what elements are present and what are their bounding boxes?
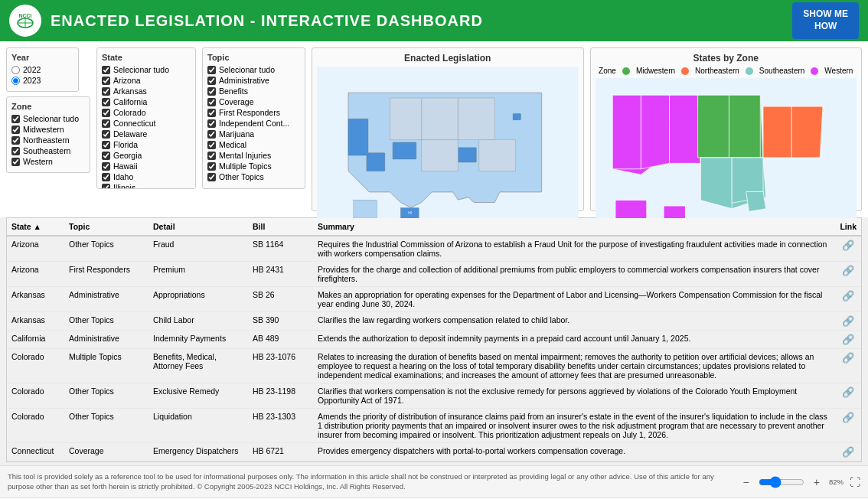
topic-firstresponders-option[interactable]: First Responders <box>207 108 300 117</box>
state-connecticut-option[interactable]: Connecticut <box>102 119 191 128</box>
year-2023-option[interactable]: 2023 <box>11 76 73 85</box>
col-header-detail[interactable]: Detail <box>148 218 248 236</box>
cell-link[interactable]: 🔗 <box>835 236 861 262</box>
zone-northeastern-checkbox[interactable] <box>11 136 20 145</box>
zone-midwestern-option[interactable]: Midwestern <box>11 125 85 134</box>
cell-state: Colorado <box>7 349 64 383</box>
zoom-minus[interactable]: − <box>740 476 752 488</box>
fit-screen-icon[interactable]: ⛶ <box>850 476 860 488</box>
link-icon[interactable]: 🔗 <box>842 265 854 276</box>
enacted-map-container: HI <box>317 67 579 229</box>
topic-independentcont-option[interactable]: Independent Cont... <box>207 119 300 128</box>
zone-southeastern-checkbox[interactable] <box>11 147 20 155</box>
cell-link[interactable]: 🔗 <box>835 331 861 349</box>
topic-othertopics-option[interactable]: Other Topics <box>207 172 300 181</box>
state-california-option[interactable]: California <box>102 97 191 106</box>
col-header-bill[interactable]: Bill <box>248 218 313 236</box>
cell-detail: Premium <box>148 262 248 287</box>
state-all-option[interactable]: Selecionar tudo <box>102 65 191 74</box>
topic-coverage-option[interactable]: Coverage <box>207 97 300 106</box>
link-icon[interactable]: 🔗 <box>842 290 854 302</box>
cell-detail: Emergency Dispatchers <box>148 443 248 461</box>
table-row[interactable]: Arizona Other Topics Fraud SB 1164 Requi… <box>7 236 861 262</box>
zone-all-option[interactable]: Selecionar tudo <box>11 114 85 123</box>
cell-link[interactable]: 🔗 <box>835 262 861 287</box>
link-icon[interactable]: 🔗 <box>842 412 854 423</box>
southeastern-legend-label: Southeastern <box>759 67 805 75</box>
table-row[interactable]: Arkansas Administrative Appropriations S… <box>7 287 861 312</box>
state-georgia-option[interactable]: Georgia <box>102 151 191 160</box>
link-icon[interactable]: 🔗 <box>842 315 854 327</box>
link-icon[interactable]: 🔗 <box>842 352 854 364</box>
cell-link[interactable]: 🔗 <box>835 443 861 461</box>
cell-state: Arizona <box>7 236 64 262</box>
cell-topic: Other Topics <box>64 409 148 443</box>
cell-link[interactable]: 🔗 <box>835 349 861 383</box>
svg-rect-9 <box>393 142 416 159</box>
zone-northeastern-option[interactable]: Northeastern <box>11 135 85 145</box>
topic-benefits-option[interactable]: Benefits <box>207 86 300 96</box>
cell-detail: Benefits, Medical, Attorney Fees <box>148 349 248 383</box>
northeastern-legend-label: Northeastern <box>695 67 739 75</box>
link-icon[interactable]: 🔗 <box>842 386 854 398</box>
year-2022-option[interactable]: 2022 <box>11 65 73 74</box>
cell-summary: Amends the priority of distribution of i… <box>313 409 835 443</box>
state-idaho-option[interactable]: Idaho <box>102 172 191 181</box>
table-row[interactable]: Colorado Other Topics Liquidation HB 23-… <box>7 409 861 443</box>
topic-medical-option[interactable]: Medical <box>207 140 300 149</box>
cell-link[interactable]: 🔗 <box>835 312 861 331</box>
col-header-link[interactable]: Link <box>835 218 861 236</box>
topic-multipletopics-option[interactable]: Multiple Topics <box>207 161 300 171</box>
topic-administrative-option[interactable]: Administrative <box>207 76 300 85</box>
cell-link[interactable]: 🔗 <box>835 383 861 409</box>
state-arizona-option[interactable]: Arizona <box>102 76 191 85</box>
state-delaware-option[interactable]: Delaware <box>102 129 191 139</box>
topic-filter-title: Topic <box>207 53 300 62</box>
cell-bill: HB 2431 <box>248 262 313 287</box>
zone-all-checkbox[interactable] <box>11 115 20 123</box>
cell-state: Colorado <box>7 383 64 409</box>
table-row[interactable]: Colorado Multiple Topics Benefits, Medic… <box>7 349 861 383</box>
table-row[interactable]: Colorado Other Topics Exclusive Remedy H… <box>7 383 861 409</box>
topic-marijuana-option[interactable]: Marijuana <box>207 129 300 139</box>
year-2022-radio[interactable] <box>11 66 20 74</box>
table-row[interactable]: Connecticut Coverage Emergency Dispatche… <box>7 443 861 461</box>
topic-mentalinjuries-option[interactable]: Mental Injuries <box>207 151 300 160</box>
cell-topic: Other Topics <box>64 312 148 331</box>
table-row[interactable]: Arizona First Responders Premium HB 2431… <box>7 262 861 287</box>
cell-detail: Fraud <box>148 236 248 262</box>
zone-midwestern-checkbox[interactable] <box>11 126 20 134</box>
col-header-summary[interactable]: Summary <box>313 218 835 236</box>
show-me-how-button[interactable]: SHOW ME HOW <box>792 2 859 38</box>
zone-western-checkbox[interactable] <box>11 158 20 166</box>
svg-rect-6 <box>367 153 385 171</box>
svg-rect-10 <box>513 113 520 119</box>
cell-link[interactable]: 🔗 <box>835 287 861 312</box>
zone-western-option[interactable]: Western <box>11 157 85 166</box>
link-icon[interactable]: 🔗 <box>842 334 854 345</box>
state-arkansas-option[interactable]: Arkansas <box>102 86 191 96</box>
col-header-state[interactable]: State ▲ <box>7 218 64 236</box>
link-icon[interactable]: 🔗 <box>842 240 854 251</box>
midwestern-legend-label: Midwestern <box>636 67 675 75</box>
state-hawaii-option[interactable]: Hawaii <box>102 161 191 171</box>
table-row[interactable]: California Administrative Indemnity Paym… <box>7 331 861 349</box>
table-row[interactable]: Arkansas Other Topics Child Labor SB 390… <box>7 312 861 331</box>
cell-topic: Coverage <box>64 443 148 461</box>
southeastern-dot <box>746 67 753 75</box>
zoom-slider[interactable] <box>759 476 804 488</box>
states-map-title: States by Zone <box>693 53 759 64</box>
topic-all-option[interactable]: Selecionar tudo <box>207 65 300 74</box>
svg-rect-11 <box>354 200 377 218</box>
year-2023-radio[interactable] <box>11 77 20 85</box>
zoom-plus[interactable]: + <box>811 476 823 488</box>
state-colorado-option[interactable]: Colorado <box>102 108 191 117</box>
state-florida-option[interactable]: Florida <box>102 140 191 149</box>
state-illinois-option[interactable]: Illinois <box>102 183 191 189</box>
cell-link[interactable]: 🔗 <box>835 409 861 443</box>
link-icon[interactable]: 🔗 <box>842 446 854 458</box>
zone-filter-panel: Zone Selecionar tudo Midwestern Northeas… <box>6 96 90 173</box>
cell-state: Arkansas <box>7 287 64 312</box>
zone-southeastern-option[interactable]: Southeastern <box>11 146 85 155</box>
col-header-topic[interactable]: Topic <box>64 218 148 236</box>
